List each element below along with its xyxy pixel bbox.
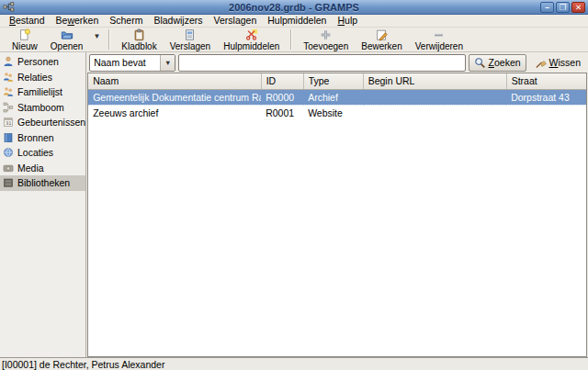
window-controls: – ❐ ✕ <box>540 2 585 13</box>
menu-bestand[interactable]: Bestand <box>4 15 51 27</box>
menu-verslagen[interactable]: Verslagen <box>209 15 263 27</box>
toolbar-button-label: Nieuw <box>12 41 38 51</box>
menu-scherm[interactable]: Scherm <box>104 15 148 27</box>
cell-naam: Zeeuws archief <box>88 105 261 120</box>
toolbar-button-label: Bewerken <box>361 41 401 51</box>
relationships-icon <box>3 72 14 83</box>
label-mnemonic: W <box>549 57 559 68</box>
label-mnemonic: H <box>337 15 345 26</box>
label-post: issen <box>558 57 581 68</box>
cell-naam: Gemeentelijk Dokumentatie centrum Ranst <box>88 89 261 105</box>
table-row[interactable]: Zeeuws archief R0001 Website <box>88 105 586 120</box>
sidebar-item-bronnen[interactable]: Bronnen <box>0 130 85 146</box>
cell-type: Archief <box>303 89 363 105</box>
reports-icon <box>183 28 197 41</box>
sidebar-item-stamboom[interactable]: Stamboom <box>0 100 85 116</box>
toolbar-button-label: Verwijderen <box>415 41 463 51</box>
toolbar-button-openen[interactable]: Openen <box>44 28 90 51</box>
toolbar: Nieuw Openen ▼ Kladblok <box>0 28 588 52</box>
toolbar-button-nieuw[interactable]: Nieuw <box>6 28 44 51</box>
menubar: Bestand Bewerken Scherm Bladwijzers Vers… <box>0 15 588 28</box>
toolbar-button-label: Verslagen <box>170 41 210 51</box>
menu-hulp[interactable]: Hulp <box>332 15 363 27</box>
toolbar-button-label: Kladblok <box>121 41 156 51</box>
family-list-icon <box>3 86 14 97</box>
label-post: estand <box>16 15 45 26</box>
label-pre: Bladwijzers <box>153 15 202 26</box>
magnifier-icon <box>474 57 486 69</box>
toolbar-button-verwijderen[interactable]: Verwijderen <box>409 28 469 51</box>
sidebar-item-locaties[interactable]: Locaties <box>0 145 85 161</box>
sidebar-item-relaties[interactable]: Relaties <box>0 70 85 85</box>
add-plus-icon <box>319 28 333 41</box>
minimize-button[interactable]: – <box>540 2 554 13</box>
media-camera-icon <box>3 163 14 174</box>
titlebar[interactable]: 2006nov28.grdb - GRAMPS – ❐ ✕ <box>0 0 588 15</box>
sidebar-item-label: Bronnen <box>17 132 54 143</box>
sidebar-item-familielijst[interactable]: Familielijst <box>0 84 85 100</box>
wissen-button[interactable]: Wissen <box>529 54 586 72</box>
column-header-id[interactable]: ID <box>261 73 303 89</box>
open-dropdown-arrow[interactable]: ▼ <box>89 28 104 51</box>
window-icon <box>3 2 15 12</box>
toolbar-button-kladblok[interactable]: Kladblok <box>115 28 163 51</box>
cell-begin-url <box>363 105 506 120</box>
filter-field-value: Naam bevat <box>90 57 160 68</box>
main-area: Personen Relaties Familielijst Stamboom … <box>0 52 588 357</box>
places-globe-icon <box>3 147 14 158</box>
cell-id: R0001 <box>261 105 303 120</box>
toolbar-button-bewerken[interactable]: Bewerken <box>355 28 408 51</box>
toolbar-button-hulpmiddelen[interactable]: Hulpmiddelen <box>217 28 286 51</box>
toolbar-button-verslagen[interactable]: Verslagen <box>164 28 217 51</box>
filter-field-dropdown[interactable]: Naam bevat ▼ <box>89 54 175 72</box>
sidebar-item-label: Stamboom <box>17 102 64 113</box>
status-text: [I00001] de Rechter, Petrus Alexander <box>0 358 588 370</box>
zoeken-button[interactable]: Zoeken <box>469 54 526 72</box>
tools-scissors-icon <box>244 28 259 41</box>
toolbar-button-label: Openen <box>51 41 84 51</box>
menu-bewerken[interactable]: Bewerken <box>51 15 105 27</box>
toolbar-button-label: Toevoegen <box>303 41 348 51</box>
toolbar-separator <box>290 29 292 50</box>
gramps-window: 2006nov28.grdb - GRAMPS – ❐ ✕ Bestand Be… <box>0 0 588 370</box>
sidebar-item-personen[interactable]: Personen <box>0 54 85 70</box>
filter-bar: Naam bevat ▼ Zoeken Wissen <box>86 52 588 73</box>
new-document-icon <box>17 28 32 41</box>
table-row[interactable]: Gemeentelijk Dokumentatie centrum Ranst … <box>88 89 586 105</box>
label-pre: Verslagen <box>214 15 257 26</box>
zoeken-label: Zoeken <box>489 57 521 68</box>
menu-hulpmiddelen[interactable]: Hulpmiddelen <box>262 15 332 27</box>
sidebar-item-label: Gebeurtenissen <box>17 117 85 128</box>
label-mnemonic: w <box>67 15 74 26</box>
events-calendar-icon: 31 <box>3 117 14 128</box>
repositories-table: Naam ID Type Begin URL Straat Gemeenteli… <box>88 73 586 120</box>
table-header-row: Naam ID Type Begin URL Straat <box>88 73 586 89</box>
cell-type: Website <box>303 105 363 120</box>
close-button[interactable]: ✕ <box>571 2 585 13</box>
maximize-button[interactable]: ❐ <box>556 2 570 13</box>
window-title: 2006nov28.grdb - GRAMPS <box>0 2 588 13</box>
column-header-begin-url[interactable]: Begin URL <box>363 73 506 89</box>
content-panel: Naam bevat ▼ Zoeken Wissen <box>86 52 588 357</box>
sidebar: Personen Relaties Familielijst Stamboom … <box>0 52 86 357</box>
sidebar-item-label: Personen <box>17 56 59 67</box>
clipboard-icon <box>132 28 146 41</box>
sidebar-item-label: Relaties <box>17 72 52 83</box>
sidebar-item-gebeurtenissen[interactable]: 31 Gebeurtenissen <box>0 115 85 130</box>
column-header-type[interactable]: Type <box>303 73 363 89</box>
label-post: ulp <box>345 15 357 26</box>
filter-query-input[interactable] <box>178 54 465 72</box>
column-header-straat[interactable]: Straat <box>506 73 586 89</box>
sidebar-item-bibliotheken[interactable]: Bibliotheken <box>0 175 85 191</box>
remove-minus-icon <box>432 28 446 41</box>
sources-book-icon <box>3 132 14 143</box>
chevron-down-icon[interactable]: ▼ <box>160 55 175 71</box>
sidebar-item-media[interactable]: Media <box>0 161 85 176</box>
cell-id: R0000 <box>261 89 303 105</box>
toolbar-button-toevoegen[interactable]: Toevoegen <box>297 28 355 51</box>
statusbar: [I00001] de Rechter, Petrus Alexander <box>0 357 588 370</box>
column-header-naam[interactable]: Naam <box>88 73 261 89</box>
wissen-label: Wissen <box>549 57 581 68</box>
toolbar-separator <box>108 29 110 50</box>
menu-bladwijzers[interactable]: Bladwijzers <box>148 15 208 27</box>
